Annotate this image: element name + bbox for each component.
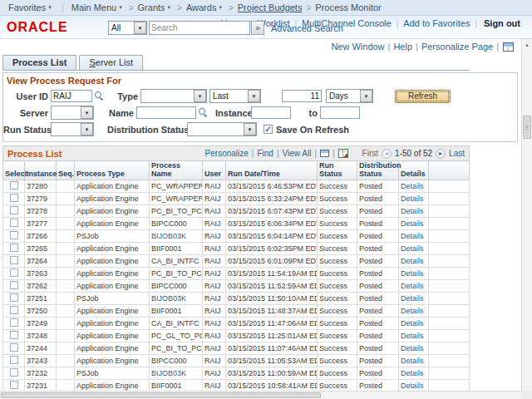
personalize-page-link[interactable]: Personalize Page (421, 42, 493, 52)
row-select-checkbox[interactable] (10, 356, 18, 364)
details-link[interactable]: Details (401, 307, 424, 315)
row-select-checkbox[interactable] (10, 231, 18, 239)
name-input[interactable] (136, 106, 196, 119)
instance-from-input[interactable] (251, 106, 291, 119)
run-status-select[interactable]: ▼ (51, 122, 94, 136)
vertical-scrollbar[interactable]: ▲ (521, 39, 532, 391)
dist-cell: Posted (357, 329, 399, 342)
view-all-link[interactable]: View All (283, 149, 312, 158)
row-select-checkbox[interactable] (10, 206, 18, 214)
scroll-up-icon[interactable]: ▲ (522, 39, 532, 50)
search-go-button[interactable]: » (251, 21, 264, 35)
details-link[interactable]: Details (401, 282, 424, 290)
details-link[interactable]: Details (401, 257, 424, 265)
last-select[interactable]: Last ▼ (209, 89, 261, 103)
help-link[interactable]: Help (393, 42, 412, 52)
breadcrumb-item[interactable]: Favorites (8, 2, 46, 12)
user-id-lookup-icon[interactable] (94, 91, 105, 101)
details-link[interactable]: Details (401, 332, 424, 340)
instance-to-input[interactable] (320, 106, 360, 119)
breadcrumb-item[interactable]: Main Menu (71, 2, 116, 12)
horizontal-scrollbar[interactable] (0, 391, 521, 399)
details-link[interactable]: Details (401, 195, 424, 203)
user-id-input[interactable] (51, 90, 92, 102)
row-select-checkbox[interactable] (10, 194, 18, 202)
row-select-checkbox[interactable] (10, 318, 18, 327)
row-select-checkbox[interactable] (10, 268, 18, 277)
first-page-link[interactable]: First (362, 149, 378, 158)
name-cell: BIJOB03K (150, 229, 203, 242)
header-link[interactable]: Add to Favorites (403, 18, 470, 28)
breadcrumb-item[interactable]: Project Budgets (238, 2, 303, 12)
server-select[interactable]: ▼ (51, 106, 94, 120)
distribution-status-select[interactable]: ▼ (187, 122, 257, 136)
seq-cell (57, 329, 75, 342)
details-link[interactable]: Details (401, 269, 424, 278)
personalize-link[interactable]: Personalize (205, 149, 249, 158)
new-window-link[interactable]: New Window (331, 42, 384, 52)
next-page-icon[interactable]: ► (436, 149, 446, 159)
sign-out-link[interactable]: Sign out (484, 18, 520, 28)
row-select-checkbox[interactable] (10, 281, 18, 289)
seq-cell (57, 254, 75, 267)
tab-process-list[interactable]: Process List (2, 55, 76, 70)
advanced-search-link[interactable]: Advanced Search (271, 23, 343, 33)
details-link[interactable]: Details (401, 232, 424, 240)
details-link[interactable]: Details (401, 219, 424, 228)
type-cell: Application Engine (75, 192, 150, 204)
last-number-input[interactable] (282, 90, 322, 102)
type-cell: PSJob (75, 292, 150, 304)
breadcrumb-item[interactable]: Awards (186, 2, 216, 12)
select-cell (3, 329, 25, 342)
page-layout-icon[interactable] (503, 42, 514, 52)
row-select-checkbox[interactable] (10, 293, 18, 302)
previous-page-icon[interactable]: ◄ (382, 149, 392, 159)
search-input[interactable] (149, 21, 250, 35)
separator: | (388, 42, 391, 52)
run-status-label: Run Status (3, 125, 48, 135)
column-header-distribution-status: Distribution Status (357, 161, 399, 180)
row-select-checkbox[interactable] (10, 244, 18, 252)
select-cell (3, 342, 25, 354)
days-select[interactable]: Days ▼ (326, 89, 373, 103)
horizontal-scrollbar-thumb[interactable] (1, 392, 321, 398)
details-link[interactable]: Details (401, 319, 424, 328)
process-name-link[interactable]: BIJOB03K (151, 294, 186, 303)
process-name-link[interactable]: BIJOB03K (151, 369, 186, 377)
details-link[interactable]: Details (401, 369, 424, 377)
download-to-excel-icon[interactable] (338, 149, 348, 158)
name-lookup-icon[interactable] (198, 107, 209, 118)
filler-cell (429, 217, 470, 229)
breadcrumb-item[interactable]: Grants (138, 2, 165, 12)
tab-server-list[interactable]: Server List (79, 55, 143, 70)
zoom-grid-icon[interactable] (320, 150, 329, 157)
type-select[interactable]: ▼ (140, 89, 207, 103)
details-link[interactable]: Details (401, 182, 424, 190)
status-cell: Success (318, 342, 357, 354)
row-select-checkbox[interactable] (10, 181, 18, 190)
find-link[interactable]: Find (257, 149, 273, 158)
vertical-scrollbar-thumb[interactable] (523, 116, 531, 139)
datetime-cell: 03/15/2015 11:47:06AM EDT (226, 317, 318, 329)
row-select-checkbox[interactable] (10, 306, 18, 314)
details-link[interactable]: Details (401, 344, 424, 352)
row-select-checkbox[interactable] (10, 381, 18, 389)
details-link[interactable]: Details (401, 294, 424, 303)
breadcrumb-item[interactable]: Process Monitor (315, 2, 381, 12)
row-select-checkbox[interactable] (10, 343, 18, 352)
details-link[interactable]: Details (401, 244, 424, 253)
row-select-checkbox[interactable] (10, 331, 18, 339)
search-scope-select[interactable]: All ▼ (108, 21, 147, 35)
row-select-checkbox[interactable] (10, 219, 18, 227)
table-row: 37266PSJobBIJOB03KRAIJ03/15/2015 6:04:14… (3, 229, 470, 242)
refresh-button[interactable]: Refresh (395, 90, 451, 103)
row-select-checkbox[interactable] (10, 368, 18, 377)
details-link[interactable]: Details (401, 207, 424, 215)
last-page-link[interactable]: Last (449, 149, 465, 158)
details-link[interactable]: Details (401, 382, 424, 390)
row-select-checkbox[interactable] (10, 256, 18, 264)
save-on-refresh-checkbox[interactable] (264, 125, 273, 134)
process-name-link[interactable]: BIJOB03K (151, 232, 186, 240)
name-cell: BIJOB03K (150, 367, 203, 379)
details-link[interactable]: Details (401, 357, 424, 365)
